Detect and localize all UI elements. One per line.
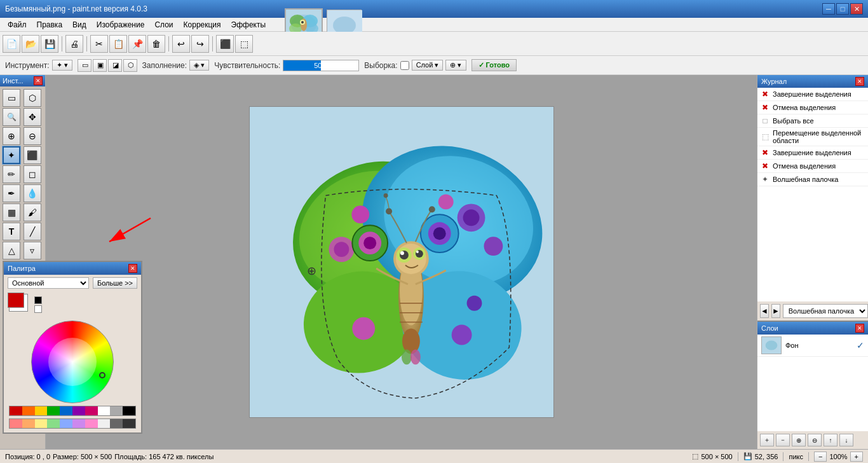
journal-item-5[interactable]: ✖ Завершение выделения	[757, 146, 868, 160]
open-button[interactable]: 📂	[22, 35, 39, 53]
menu-effects[interactable]: Эффекты	[226, 19, 271, 31]
canvas-area[interactable]: ⊕	[46, 75, 757, 449]
journal-tool-dropdown[interactable]: Волшебная палочка	[783, 304, 868, 318]
tool-magic-wand[interactable]: ✦	[3, 146, 20, 164]
zoom-out-status-button[interactable]: −	[814, 452, 827, 462]
color-blue[interactable]	[60, 406, 72, 415]
menu-edit[interactable]: Правка	[32, 19, 68, 31]
color-light-orange[interactable]	[22, 419, 35, 428]
color-light-blue[interactable]	[60, 419, 72, 428]
tool-gradient[interactable]: ▦	[3, 204, 20, 221]
palette-mode-select[interactable]: Основной	[8, 277, 89, 289]
white-swatch[interactable]	[34, 305, 42, 313]
delete-button[interactable]: 🗑	[147, 35, 165, 53]
tool-zoom-in[interactable]: ⊕	[3, 127, 20, 145]
tool-select-shapes[interactable]: ▿	[24, 242, 41, 259]
layer-down-button[interactable]: ↓	[839, 434, 853, 446]
journal-item-2[interactable]: ✖ Отмена выделения	[757, 101, 868, 114]
crop-button[interactable]: ⬛	[216, 35, 234, 53]
color-light-yellow[interactable]	[35, 419, 48, 428]
tool-paint-brush2[interactable]: 🖌	[24, 204, 41, 221]
journal-item-4[interactable]: ⬚ Перемещение выделенной области	[757, 128, 868, 146]
mode-btn-1[interactable]: ▭	[78, 59, 92, 72]
mode-btn-2[interactable]: ▣	[93, 59, 107, 72]
close-button[interactable]: ✕	[850, 3, 863, 15]
tool-line[interactable]: ╱	[24, 223, 41, 240]
journal-item-3[interactable]: □ Выбрать все	[757, 114, 868, 128]
color-light-pink[interactable]	[85, 419, 98, 428]
color-white[interactable]	[98, 406, 111, 415]
color-yellow[interactable]	[35, 406, 48, 415]
tool-color-pick[interactable]: 💧	[24, 184, 41, 202]
layer-dropdown[interactable]: Слой ▾	[412, 60, 444, 71]
tool-pan[interactable]: ✥	[24, 108, 41, 126]
canvas-surface[interactable]: ⊕	[249, 106, 554, 418]
tool-rectangle-select[interactable]: ▭	[3, 89, 20, 107]
journal-redo-button[interactable]: ►	[771, 304, 780, 318]
journal-undo-button[interactable]: ◄	[760, 304, 769, 318]
color-light-red[interactable]	[10, 419, 22, 428]
color-orange[interactable]	[22, 406, 35, 415]
color-palette-bar-2[interactable]	[9, 418, 136, 429]
layer-duplicate-button[interactable]: ⊕	[792, 434, 806, 446]
fill-selector[interactable]: ◈ ▾	[189, 60, 209, 71]
layer-merge-button[interactable]: ⊖	[808, 434, 822, 446]
done-button[interactable]: ✓ Готово	[471, 59, 517, 71]
zoom-in-status-button[interactable]: +	[850, 452, 863, 462]
tool-zoom[interactable]: 🔍	[3, 108, 20, 126]
tool-lasso[interactable]: ⬡	[24, 89, 41, 107]
layer-item-bg[interactable]: Фон ✓	[757, 335, 868, 357]
maximize-button[interactable]: □	[836, 3, 849, 15]
menu-image[interactable]: Изображение	[92, 19, 150, 31]
minimize-button[interactable]: ─	[822, 3, 835, 15]
palette-close-button[interactable]: ✕	[128, 264, 137, 273]
tool-eraser[interactable]: ◻	[24, 165, 41, 183]
undo-button[interactable]: ↩	[172, 35, 190, 53]
color-light-green[interactable]	[47, 419, 60, 428]
color-light-purple[interactable]	[72, 419, 85, 428]
menu-file[interactable]: Файл	[3, 19, 32, 31]
menu-view[interactable]: Вид	[67, 19, 92, 31]
layer-add-button[interactable]: ＋	[760, 434, 774, 446]
tool-shapes[interactable]: △	[3, 242, 20, 259]
color-green[interactable]	[47, 406, 60, 415]
resize-button[interactable]: ⬚	[235, 35, 253, 53]
tools-panel-close[interactable]: ✕	[34, 76, 43, 85]
tool-paint-bucket[interactable]: ⬛	[24, 146, 41, 164]
color-very-dark-gray[interactable]	[123, 419, 135, 428]
menu-correction[interactable]: Коррекция	[179, 19, 226, 31]
tool-brush[interactable]: ✏	[3, 165, 20, 183]
selection-checkbox[interactable]	[400, 61, 409, 70]
copy-button[interactable]: 📋	[109, 35, 127, 53]
tool-text[interactable]: T	[3, 223, 20, 240]
color-gray[interactable]	[110, 406, 123, 415]
color-palette-bar[interactable]	[9, 406, 136, 416]
new-button[interactable]: 📄	[3, 35, 20, 53]
color-pink[interactable]	[85, 406, 98, 415]
options-btn-circle[interactable]: ⊕ ▾	[445, 60, 466, 71]
cut-button[interactable]: ✂	[90, 35, 108, 53]
foreground-color-swatch[interactable]	[8, 293, 24, 308]
black-swatch[interactable]	[34, 296, 42, 304]
journal-close-button[interactable]: ✕	[855, 77, 864, 86]
save-button[interactable]: 💾	[41, 35, 58, 53]
redo-button[interactable]: ↪	[191, 35, 209, 53]
color-purple[interactable]	[72, 406, 85, 415]
tool-pencil[interactable]: ✒	[3, 184, 20, 202]
paste-button[interactable]: 📌	[128, 35, 146, 53]
menu-layers[interactable]: Слои	[149, 19, 178, 31]
color-dark-gray[interactable]	[110, 419, 123, 428]
color-very-light-gray[interactable]	[98, 419, 111, 428]
journal-item-6[interactable]: ✖ Отмена выделения	[757, 160, 868, 173]
mode-btn-3[interactable]: ◪	[108, 59, 122, 72]
layers-close-button[interactable]: ✕	[855, 324, 864, 333]
mode-btn-4[interactable]: ⬡	[123, 59, 137, 72]
print-button[interactable]: 🖨	[65, 35, 83, 53]
tool-zoom-out[interactable]: ⊖	[24, 127, 41, 145]
journal-item-7[interactable]: ✦ Волшебная палочка	[757, 173, 868, 186]
layer-up-button[interactable]: ↑	[824, 434, 837, 446]
palette-more-button[interactable]: Больше >>	[93, 277, 137, 289]
journal-item-1[interactable]: ✖ Завершение выделения	[757, 88, 868, 101]
layer-remove-button[interactable]: －	[776, 434, 790, 446]
color-red[interactable]	[10, 406, 22, 415]
